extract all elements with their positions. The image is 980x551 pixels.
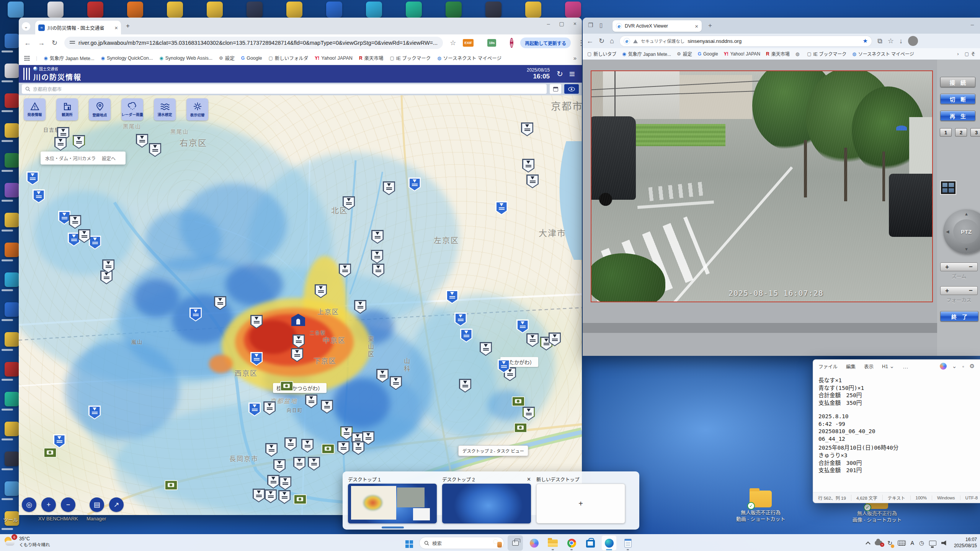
downloads-icon[interactable]: ↓ — [899, 37, 903, 45]
favorites-icon[interactable]: ☆ — [888, 37, 894, 45]
calendar-button[interactable] — [550, 84, 561, 94]
channel-button-2[interactable]: 2 — [955, 128, 967, 137]
settings-gear-icon[interactable]: ⚙ — [970, 363, 975, 370]
bookmark-item[interactable]: R楽天市場 — [766, 51, 790, 57]
menu-file[interactable]: ファイル — [818, 363, 838, 370]
river-camera-marker[interactable] — [512, 396, 525, 406]
more-menu-icon[interactable]: … — [903, 363, 908, 370]
desktop-icon[interactable] — [8, 2, 24, 18]
view-toggle-button[interactable] — [564, 84, 579, 94]
desktop-2-card[interactable]: デスクトップ 2✕ — [442, 474, 531, 527]
toolbar-warning-info-button[interactable]: 発表情報 — [24, 98, 46, 121]
desktop-icon[interactable] — [565, 2, 581, 18]
notepad-text-area[interactable]: 長なす×1青なす(150円)×1合計金額 250円支払金額 350円2025.8… — [813, 373, 980, 482]
river-camera-marker[interactable] — [280, 381, 293, 391]
close-button[interactable]: × — [573, 21, 577, 27]
ptz-down-arrow[interactable]: ▼ — [964, 247, 969, 251]
home-icon[interactable]: ⌂ — [610, 37, 614, 45]
browser-tab-kawabou[interactable]: ≈ 川の防災情報 - 国土交通省 × — [35, 21, 121, 34]
river-camera-marker[interactable] — [165, 480, 178, 490]
desktop-icon[interactable] — [247, 2, 263, 18]
menu-view[interactable]: 表示 — [864, 363, 874, 370]
camera-video[interactable]: 2025-08-15 16:07:28 — [591, 70, 933, 302]
map-search-input[interactable]: 京都府京都市 — [22, 84, 547, 94]
bookmark-item[interactable]: ▢IE ブックマーク — [807, 51, 846, 57]
bookmark-item[interactable]: ◍ソースネクスト マイページ — [437, 54, 501, 62]
river-camera-marker[interactable] — [322, 444, 335, 454]
desktop-icon[interactable] — [446, 2, 462, 18]
river-camera-marker[interactable] — [294, 494, 307, 504]
bookmark-item[interactable]: ▢IE ブックマーク — [390, 54, 431, 62]
focus-in[interactable]: + — [945, 287, 949, 295]
weather-widget[interactable]: 6 35°C くもり時々晴れ — [4, 536, 50, 548]
ptz-wheel[interactable]: ▲ ▼ ◀ ▶ PTZ — [943, 209, 980, 254]
tab-close-icon[interactable]: × — [114, 24, 118, 31]
desktop-1-card[interactable]: デスクトップ 1 — [348, 474, 437, 527]
bookmark-item[interactable]: ◍ソースネクスト マイページ — [852, 51, 914, 57]
bookmark-item[interactable]: GGoogle — [241, 54, 262, 62]
bookmark-item[interactable]: ⚙設定 — [677, 51, 692, 57]
bookmark-item[interactable]: Y!Yahoo! JAPAN — [315, 54, 353, 62]
site-settings-icon[interactable] — [70, 41, 75, 45]
zoom-in[interactable]: + — [945, 263, 949, 271]
bookmark-item[interactable]: ▢新しいフォルダ — [269, 54, 309, 62]
reload-icon[interactable]: ↻ — [599, 37, 604, 45]
tooltip-settings-link[interactable]: 設定へ — [102, 155, 116, 161]
clock[interactable]: 16:07 2025/08/15 — [954, 537, 977, 549]
zoom-out[interactable]: − — [969, 263, 973, 271]
favorite-star-icon[interactable]: ★ — [863, 37, 868, 44]
desktop-icon[interactable] — [207, 2, 223, 18]
sync-icon[interactable]: ↻ — [887, 540, 892, 547]
bookmark-item[interactable]: ◉Synology QuickCon... — [101, 54, 153, 62]
collections-icon[interactable]: ⧉ — [877, 37, 882, 45]
bookmark-item[interactable]: ◉気象庁 Japan Mete... — [622, 51, 671, 57]
ime-mode-indicator[interactable]: A — [911, 540, 914, 546]
tab-close-icon[interactable]: × — [695, 23, 698, 29]
hamburger-menu-icon[interactable]: ≡ — [569, 68, 575, 80]
relaunch-update-button[interactable]: 再起動して更新する — [520, 37, 571, 48]
copilot-icon[interactable] — [940, 363, 947, 370]
river-camera-marker[interactable] — [514, 423, 527, 433]
back-icon[interactable]: ← — [24, 39, 31, 47]
exif-extension-icon[interactable]: EXIF — [463, 39, 474, 47]
profile-avatar[interactable]: 幸恵 — [510, 38, 513, 48]
new-desktop-button[interactable]: + — [536, 484, 625, 523]
start-button[interactable] — [400, 535, 416, 551]
touch-keyboard-icon[interactable] — [898, 540, 906, 546]
chrome-button[interactable] — [564, 535, 579, 551]
store-button[interactable] — [583, 535, 598, 551]
notepad-button[interactable] — [620, 535, 635, 551]
new-tab-button[interactable]: + — [708, 22, 712, 29]
toolbar-station-button[interactable]: 観測所 — [56, 98, 78, 121]
vertical-tabs-icon[interactable]: ▯ — [599, 22, 603, 29]
profile-avatar[interactable] — [908, 36, 918, 46]
browser-tab-dvr[interactable]: e DVR ActiveX Viewer × — [612, 20, 702, 32]
desktop-icon[interactable] — [525, 2, 541, 18]
19s-extension-icon[interactable]: 19s — [487, 39, 496, 47]
bookmark-item[interactable]: ◉Synology Web Assis... — [159, 54, 212, 62]
desktop-icon[interactable] — [286, 2, 302, 18]
bookmark-item[interactable]: Y!Yahoo! JAPAN — [724, 51, 760, 57]
zoom-control[interactable]: + − — [940, 262, 978, 271]
minimize-button[interactable]: – — [971, 21, 974, 28]
maximize-button[interactable]: ▢ — [559, 21, 564, 27]
ptz-up-arrow[interactable]: ▲ — [964, 212, 969, 216]
legend-button[interactable]: ▤ — [90, 497, 104, 512]
disconnect-button[interactable]: 切 断 — [940, 94, 975, 104]
heading-select[interactable]: H1 ⌄ — [882, 363, 894, 370]
refresh-icon[interactable]: ↻ — [557, 69, 563, 78]
end-button[interactable]: 終 了 — [940, 311, 978, 321]
chevron-down-icon[interactable]: ⌄ — [952, 363, 957, 370]
split-view-icon[interactable] — [941, 181, 956, 194]
network-icon[interactable] — [929, 541, 936, 546]
desktop-icon[interactable] — [127, 2, 143, 18]
zoom-in-button[interactable]: + — [41, 497, 56, 512]
share-button[interactable]: ↗ — [109, 497, 124, 512]
apps-grid-icon[interactable] — [24, 55, 29, 61]
toolbar-display-switch-button[interactable]: 表示切替 — [186, 98, 208, 121]
other-favorites-folder[interactable]: ▢そ — [965, 51, 975, 57]
toolbar-registered-point-button[interactable]: 登録地点 — [89, 98, 111, 121]
play-button[interactable]: 再 生 — [940, 111, 975, 121]
desktop-icon[interactable] — [406, 2, 422, 18]
focus-out[interactable]: − — [969, 287, 973, 295]
